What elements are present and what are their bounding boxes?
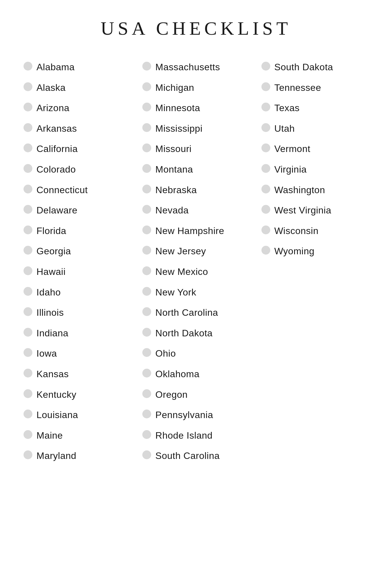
checkbox-circle[interactable] bbox=[24, 205, 32, 214]
list-item[interactable]: North Carolina bbox=[142, 303, 249, 323]
list-item[interactable]: Florida bbox=[24, 221, 131, 241]
checkbox-circle[interactable] bbox=[24, 410, 32, 418]
checkbox-circle[interactable] bbox=[24, 369, 32, 377]
checkbox-circle[interactable] bbox=[142, 348, 151, 357]
checkbox-circle[interactable] bbox=[24, 103, 32, 111]
list-item[interactable]: New York bbox=[142, 282, 249, 303]
list-item[interactable]: Oregon bbox=[142, 385, 249, 405]
checkbox-circle[interactable] bbox=[24, 287, 32, 296]
checkbox-circle[interactable] bbox=[24, 450, 32, 459]
checkbox-circle[interactable] bbox=[261, 143, 270, 152]
list-item[interactable]: New Mexico bbox=[142, 262, 249, 282]
list-item[interactable]: Ohio bbox=[142, 343, 249, 364]
list-item[interactable]: South Carolina bbox=[142, 446, 249, 466]
list-item[interactable]: Pennsylvania bbox=[142, 405, 249, 425]
list-item[interactable]: Wyoming bbox=[261, 241, 368, 262]
list-item[interactable]: Texas bbox=[261, 98, 368, 118]
list-item[interactable]: Arizona bbox=[24, 98, 131, 118]
list-item[interactable]: Mississippi bbox=[142, 118, 249, 139]
list-item[interactable]: Nevada bbox=[142, 200, 249, 221]
checkbox-circle[interactable] bbox=[142, 225, 151, 234]
checkbox-circle[interactable] bbox=[24, 143, 32, 152]
list-item[interactable]: Indiana bbox=[24, 323, 131, 344]
checkbox-circle[interactable] bbox=[142, 143, 151, 152]
checkbox-circle[interactable] bbox=[142, 369, 151, 377]
checkbox-circle[interactable] bbox=[142, 82, 151, 91]
checkbox-circle[interactable] bbox=[142, 205, 151, 214]
list-item[interactable]: Hawaii bbox=[24, 262, 131, 282]
checkbox-circle[interactable] bbox=[24, 328, 32, 337]
list-item[interactable]: Tennessee bbox=[261, 78, 368, 98]
list-item[interactable]: New Hampshire bbox=[142, 221, 249, 241]
checkbox-circle[interactable] bbox=[142, 450, 151, 459]
checkbox-circle[interactable] bbox=[142, 246, 151, 255]
checkbox-circle[interactable] bbox=[24, 246, 32, 255]
checkbox-circle[interactable] bbox=[261, 82, 270, 91]
list-item[interactable]: Utah bbox=[261, 118, 368, 139]
list-item[interactable]: Georgia bbox=[24, 241, 131, 262]
checkbox-circle[interactable] bbox=[142, 123, 151, 132]
checkbox-circle[interactable] bbox=[24, 82, 32, 91]
checkbox-circle[interactable] bbox=[142, 328, 151, 337]
list-item[interactable]: Wisconsin bbox=[261, 221, 368, 241]
list-item[interactable]: Minnesota bbox=[142, 98, 249, 118]
checkbox-circle[interactable] bbox=[24, 164, 32, 173]
list-item[interactable]: Connecticut bbox=[24, 180, 131, 201]
list-item[interactable]: Illinois bbox=[24, 303, 131, 323]
list-item[interactable]: Kansas bbox=[24, 364, 131, 385]
checkbox-circle[interactable] bbox=[24, 185, 32, 193]
list-item[interactable]: New Jersey bbox=[142, 241, 249, 262]
checkbox-circle[interactable] bbox=[261, 103, 270, 111]
checkbox-circle[interactable] bbox=[261, 205, 270, 214]
list-item[interactable]: Colorado bbox=[24, 159, 131, 180]
checkbox-circle[interactable] bbox=[24, 348, 32, 357]
checkbox-circle[interactable] bbox=[142, 266, 151, 275]
list-item[interactable]: North Dakota bbox=[142, 323, 249, 344]
checkbox-circle[interactable] bbox=[261, 185, 270, 193]
list-item[interactable]: South Dakota bbox=[261, 57, 368, 78]
checkbox-circle[interactable] bbox=[24, 266, 32, 275]
checkbox-circle[interactable] bbox=[142, 287, 151, 296]
list-item[interactable]: Alaska bbox=[24, 78, 131, 98]
list-item[interactable]: Louisiana bbox=[24, 405, 131, 425]
checkbox-circle[interactable] bbox=[24, 430, 32, 439]
checkbox-circle[interactable] bbox=[142, 389, 151, 398]
checkbox-circle[interactable] bbox=[24, 123, 32, 132]
checkbox-circle[interactable] bbox=[24, 389, 32, 398]
checkbox-circle[interactable] bbox=[24, 225, 32, 234]
list-item[interactable]: Alabama bbox=[24, 57, 131, 78]
list-item[interactable]: Michigan bbox=[142, 78, 249, 98]
checkbox-circle[interactable] bbox=[24, 307, 32, 316]
checkbox-circle[interactable] bbox=[142, 410, 151, 418]
list-item[interactable]: California bbox=[24, 139, 131, 159]
list-item[interactable]: West Virginia bbox=[261, 200, 368, 221]
checkbox-circle[interactable] bbox=[142, 307, 151, 316]
list-item[interactable]: Nebraska bbox=[142, 180, 249, 201]
list-item[interactable]: Massachusetts bbox=[142, 57, 249, 78]
list-item[interactable]: Missouri bbox=[142, 139, 249, 159]
list-item[interactable]: Idaho bbox=[24, 282, 131, 303]
list-item[interactable]: Arkansas bbox=[24, 118, 131, 139]
checkbox-circle[interactable] bbox=[261, 164, 270, 173]
checkbox-circle[interactable] bbox=[142, 62, 151, 71]
checkbox-circle[interactable] bbox=[24, 62, 32, 71]
list-item[interactable]: Oklahoma bbox=[142, 364, 249, 385]
list-item[interactable]: Delaware bbox=[24, 200, 131, 221]
checkbox-circle[interactable] bbox=[261, 225, 270, 234]
list-item[interactable]: Maine bbox=[24, 425, 131, 446]
list-item[interactable]: Washington bbox=[261, 180, 368, 201]
list-item[interactable]: Vermont bbox=[261, 139, 368, 159]
list-item[interactable]: Kentucky bbox=[24, 385, 131, 405]
checkbox-circle[interactable] bbox=[142, 103, 151, 111]
list-item[interactable]: Montana bbox=[142, 159, 249, 180]
list-item[interactable]: Virginia bbox=[261, 159, 368, 180]
checkbox-circle[interactable] bbox=[261, 123, 270, 132]
checkbox-circle[interactable] bbox=[261, 62, 270, 71]
checkbox-circle[interactable] bbox=[142, 185, 151, 193]
checkbox-circle[interactable] bbox=[142, 164, 151, 173]
checkbox-circle[interactable] bbox=[261, 246, 270, 255]
checkbox-circle[interactable] bbox=[142, 430, 151, 439]
list-item[interactable]: Maryland bbox=[24, 446, 131, 466]
list-item[interactable]: Iowa bbox=[24, 343, 131, 364]
list-item[interactable]: Rhode Island bbox=[142, 425, 249, 446]
